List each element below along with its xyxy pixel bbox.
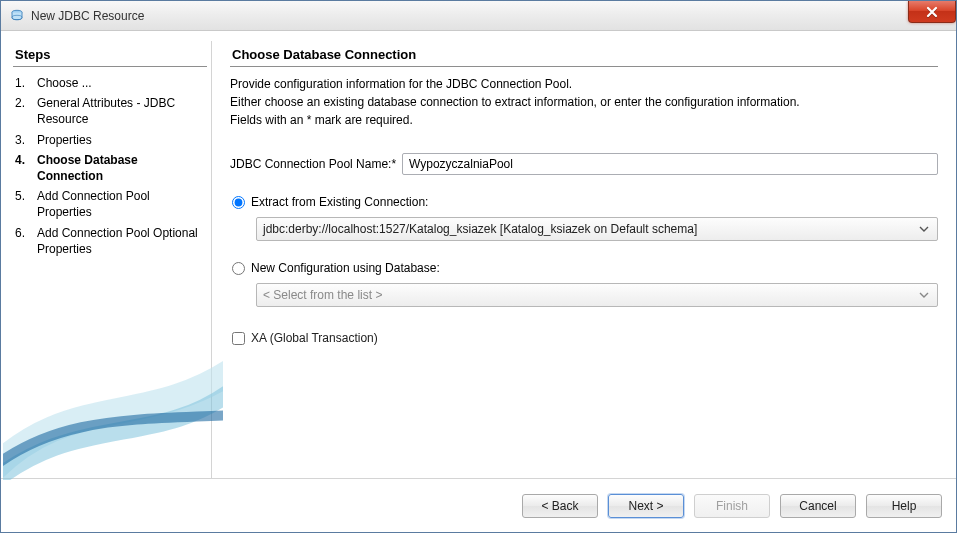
step-number: 6. (15, 225, 37, 257)
step-number: 4. (15, 152, 37, 184)
steps-panel: Steps 1.Choose ...2.General Attributes -… (13, 41, 211, 478)
step-number: 2. (15, 95, 37, 127)
pool-name-label: JDBC Connection Pool Name:* (230, 157, 402, 171)
back-button[interactable]: < Back (522, 494, 598, 518)
pool-name-input[interactable] (402, 153, 938, 175)
newconfig-placeholder: < Select from the list > (263, 288, 382, 302)
extract-radio-label[interactable]: Extract from Existing Connection: (251, 195, 428, 209)
newconfig-radio[interactable] (232, 262, 245, 275)
description-line: Fields with an * mark are required. (230, 111, 938, 129)
main-panel: Choose Database Connection Provide confi… (212, 41, 944, 478)
xa-row: XA (Global Transaction) (230, 325, 938, 345)
description-line: Provide configuration information for th… (230, 75, 938, 93)
chevron-down-icon (915, 220, 933, 238)
steps-list: 1.Choose ...2.General Attributes - JDBC … (13, 73, 207, 259)
xa-label[interactable]: XA (Global Transaction) (251, 331, 378, 345)
cancel-button[interactable]: Cancel (780, 494, 856, 518)
chevron-down-icon (915, 286, 933, 304)
description-block: Provide configuration information for th… (230, 75, 938, 129)
newconfig-radio-row: New Configuration using Database: (230, 259, 938, 277)
steps-item: 6.Add Connection Pool Optional Propertie… (13, 223, 207, 259)
decorative-swoosh (3, 360, 223, 480)
steps-item: 1.Choose ... (13, 73, 207, 93)
finish-button: Finish (694, 494, 770, 518)
pool-name-row: JDBC Connection Pool Name:* (230, 153, 938, 175)
newconfig-radio-label[interactable]: New Configuration using Database: (251, 261, 440, 275)
step-number: 1. (15, 75, 37, 91)
step-label: Add Connection Pool Properties (37, 188, 205, 220)
xa-checkbox[interactable] (232, 332, 245, 345)
description-line: Either choose an existing database conne… (230, 93, 938, 111)
button-bar: < Back Next > Finish Cancel Help (1, 478, 956, 532)
newconfig-select[interactable]: < Select from the list > (256, 283, 938, 307)
steps-item: 2.General Attributes - JDBC Resource (13, 93, 207, 129)
step-label: Choose Database Connection (37, 152, 205, 184)
steps-item: 4.Choose Database Connection (13, 150, 207, 186)
close-icon (925, 6, 939, 18)
close-button[interactable] (908, 1, 956, 23)
existing-connection-value: jdbc:derby://localhost:1527/Katalog_ksia… (263, 222, 697, 236)
step-number: 3. (15, 132, 37, 148)
step-label: Add Connection Pool Optional Properties (37, 225, 205, 257)
help-button[interactable]: Help (866, 494, 942, 518)
next-button[interactable]: Next > (608, 494, 684, 518)
extract-radio-row: Extract from Existing Connection: (230, 193, 938, 211)
step-number: 5. (15, 188, 37, 220)
step-label: Choose ... (37, 75, 205, 91)
step-label: Properties (37, 132, 205, 148)
window-title: New JDBC Resource (31, 9, 144, 23)
step-label: General Attributes - JDBC Resource (37, 95, 205, 127)
steps-item: 3.Properties (13, 130, 207, 150)
steps-item: 5.Add Connection Pool Properties (13, 186, 207, 222)
steps-heading: Steps (13, 41, 207, 67)
titlebar: New JDBC Resource (1, 1, 956, 31)
app-icon (9, 8, 25, 24)
main-heading: Choose Database Connection (230, 41, 938, 67)
extract-radio[interactable] (232, 196, 245, 209)
existing-connection-select[interactable]: jdbc:derby://localhost:1527/Katalog_ksia… (256, 217, 938, 241)
